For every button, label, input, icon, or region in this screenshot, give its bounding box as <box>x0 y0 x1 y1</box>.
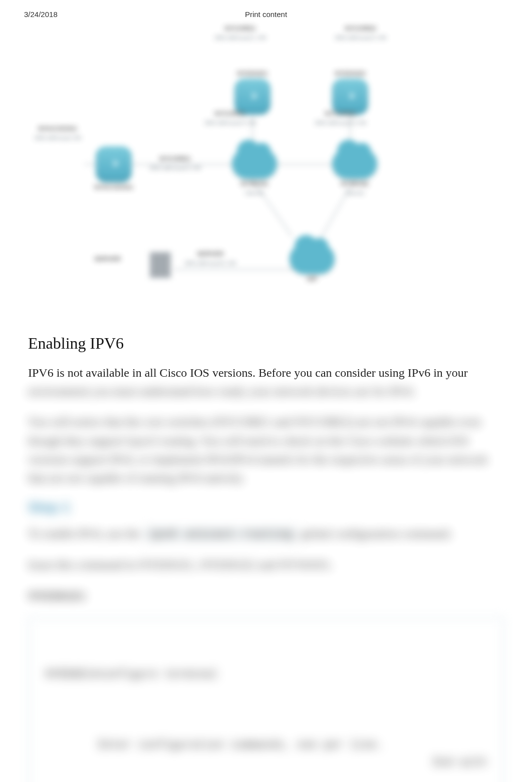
router-icon <box>96 146 132 182</box>
terminal-line: NYEDGE1#configure terminal <box>46 666 486 683</box>
step-text: To enable IPv6, use the <box>28 527 143 540</box>
diag-label: NYCORE1 <box>214 110 246 118</box>
diag-label: NYCORE2 <box>325 110 356 118</box>
body-paragraph: You will notice that the core switches (… <box>28 413 504 487</box>
diag-label: NYACCESS1 <box>38 125 77 133</box>
header-date: 3/24/2018 <box>24 10 58 19</box>
header-title: Print content <box>0 10 532 19</box>
device-label: NYEDGE1 <box>28 587 504 605</box>
step-text: global configuration command. <box>301 527 452 540</box>
terminal-text: Enter configuration commands, one per li… <box>99 739 383 751</box>
step-heading: Step 1 <box>28 499 504 515</box>
cloud-icon <box>332 149 377 179</box>
intro-text: IPV6 is not available in all Cisco IOS v… <box>28 366 468 379</box>
diag-label: NYEDGE1 <box>237 70 268 78</box>
inline-command: ipv6 unicast-routing <box>143 527 298 542</box>
terminal-box: NYEDGE1#configure terminal Enter configu… <box>28 617 504 782</box>
terminal-line: Enter configuration commands, one per li… <box>46 719 486 782</box>
section-heading: Enabling IPV6 <box>28 334 504 353</box>
diag-label: NYEDGE2 <box>335 70 366 78</box>
diag-label: NYACCESS1 <box>94 183 133 191</box>
diag-label: NYWAN2 <box>341 180 369 188</box>
terminal-text: End with <box>433 754 486 771</box>
diag-addr: 2001:db8:acad:4::/64 <box>315 120 366 126</box>
diag-label: ISP <box>307 275 318 283</box>
intro-text-blurred: environment you must understand how read… <box>28 385 415 398</box>
diag-label: NYCORE2 <box>345 25 376 33</box>
diag-addr: 2001:db8:acad:5::/64 <box>184 260 236 267</box>
terminal-output: NYEDGE1#configure terminal Enter configu… <box>46 631 486 782</box>
diag-label: SERVER <box>94 255 121 263</box>
diag-addr: 2001:db8:acad:3::/64 <box>204 120 256 126</box>
server-icon <box>149 251 171 279</box>
cloud-icon <box>232 149 277 179</box>
diag-addr: 2001:db8:acad::/64 <box>34 135 81 141</box>
diag-label: SERVER <box>197 250 223 258</box>
intro-paragraph: IPV6 is not available in all Cisco IOS v… <box>28 364 504 401</box>
diag-addr: 2001:db8:acad:2::/64 <box>335 35 386 41</box>
diag-caption: Internet <box>245 190 263 196</box>
diag-label: NYWAN1 <box>240 180 269 188</box>
network-diagram: NYCORE1 2001:db8:acad:1::/64 NYCORE2 200… <box>24 24 508 314</box>
cloud-icon <box>290 244 335 274</box>
diag-label: NYCORE1 <box>159 155 191 163</box>
step-line: Issue this command in NYEDGE1, NYEDGE2 a… <box>28 556 504 574</box>
diag-addr: 2001:db8:acad:1::/64 <box>214 35 266 41</box>
step-line: To enable IPv6, use the ipv6 unicast-rou… <box>28 525 504 544</box>
diag-caption: Internet <box>345 190 364 196</box>
page-header: 3/24/2018 Print content <box>0 0 532 19</box>
diag-addr: 2001:db8:acad:3::/64 <box>149 165 201 171</box>
diag-label: NYCORE1 <box>224 25 256 33</box>
